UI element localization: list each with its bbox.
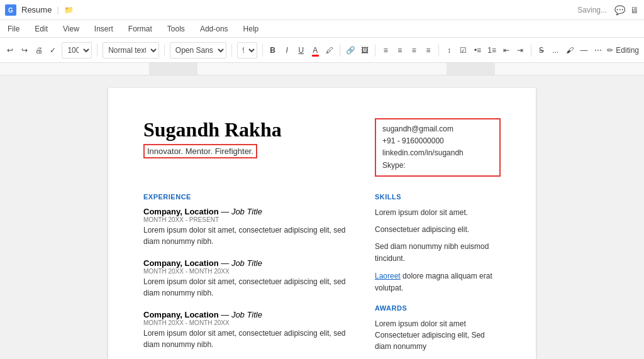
- align-left-button[interactable]: ≡: [380, 43, 391, 58]
- app-icon: G: [5, 4, 16, 16]
- jobtitle-2: Job Title: [231, 258, 262, 268]
- align-center-button[interactable]: ≡: [394, 43, 405, 58]
- svg-text:G: G: [8, 7, 13, 14]
- job-date-3: MONTH 20XX - MONTH 20XX: [143, 319, 355, 326]
- menu-format[interactable]: Format: [126, 23, 155, 35]
- strikethrough-button[interactable]: S̶: [536, 43, 547, 58]
- saving-status: Saving...: [577, 6, 607, 14]
- resume-name[interactable]: Sugandh Rakha: [143, 118, 375, 141]
- align-justify-button[interactable]: ≡: [423, 43, 434, 58]
- job-title-3[interactable]: Company, Location — Job Title: [143, 310, 355, 319]
- company-3: Company, Location: [143, 310, 219, 319]
- job-entry-2: Company, Location — Job Title MONTH 20XX…: [143, 258, 355, 299]
- awards-section-title: AWARDS: [375, 304, 501, 312]
- divider-button[interactable]: —: [579, 43, 589, 58]
- resume-left: Sugandh Rakha Innovator. Mentor. Firefig…: [143, 118, 375, 171]
- skill-link[interactable]: Laoreet: [375, 272, 401, 280]
- contact-linkedin[interactable]: linkedin.com/in/sugandh: [382, 147, 493, 159]
- job-desc-3: Lorem ipsum dolor sit amet, consectetuer…: [143, 328, 355, 350]
- font-select[interactable]: Open Sans: [170, 42, 226, 58]
- skill-2: Consectetuer adipiscing elit.: [375, 224, 501, 236]
- job-entry-1: Company, Location — Job Title MONTH 20XX…: [143, 207, 355, 247]
- job-title-2[interactable]: Company, Location — Job Title: [143, 258, 355, 268]
- company-1: Company, Location: [143, 207, 219, 216]
- undo-button[interactable]: ↩: [5, 43, 16, 58]
- left-column: EXPERIENCE Company, Location — Job Title…: [143, 192, 355, 359]
- editing-pencil-icon: ✏: [607, 46, 613, 55]
- font-size-select[interactable]: 9: [237, 42, 257, 58]
- resume-tagline[interactable]: Innovator. Mentor. Firefighter.: [143, 144, 257, 158]
- toolbar-separator-3: [231, 44, 232, 57]
- bold-button[interactable]: B: [267, 43, 278, 58]
- right-column: SKILLS Lorem ipsum dolor sit amet. Conse…: [375, 192, 501, 359]
- resume-header: Sugandh Rakha Innovator. Mentor. Firefig…: [143, 118, 501, 177]
- toolbar-separator-8: [531, 44, 531, 57]
- text-color-button[interactable]: A: [310, 43, 321, 58]
- redo-button[interactable]: ↪: [19, 43, 30, 58]
- title-bar: G Resume | 📁 Saving... 💬 🖥: [0, 0, 644, 20]
- contact-phone[interactable]: +91 - 9160000000: [382, 135, 493, 147]
- link-button[interactable]: 🔗: [345, 43, 356, 58]
- underline-button[interactable]: U: [296, 43, 306, 58]
- italic-button[interactable]: I: [282, 43, 292, 58]
- two-column-layout: EXPERIENCE Company, Location — Job Title…: [143, 192, 501, 359]
- company-2: Company, Location: [143, 258, 219, 268]
- job-desc-1: Lorem ipsum dolor sit amet, consectetuer…: [143, 224, 355, 247]
- menu-help[interactable]: Help: [241, 23, 262, 35]
- toolbar-separator-2: [164, 44, 165, 57]
- folder-icon[interactable]: 📁: [64, 6, 74, 14]
- document: Sugandh Rakha Innovator. Mentor. Firefig…: [108, 88, 536, 359]
- style-select[interactable]: Normal text: [103, 42, 159, 58]
- skill-3: Sed diam nonummy nibh euismod tincidunt.: [375, 241, 501, 265]
- skill-1: Lorem ipsum dolor sit amet.: [375, 207, 501, 219]
- present-icon[interactable]: 🖥: [630, 5, 639, 15]
- menu-tools[interactable]: Tools: [165, 23, 187, 35]
- award-1: Lorem ipsum dolor sit amet Consectetuer …: [375, 318, 501, 352]
- more-button[interactable]: ⋯: [593, 43, 604, 58]
- job-title-1[interactable]: Company, Location — Job Title: [143, 207, 355, 216]
- skills-section-title: SKILLS: [375, 193, 501, 201]
- skype-label: Skype:: [382, 161, 406, 170]
- content-area[interactable]: Sugandh Rakha Innovator. Mentor. Firefig…: [0, 75, 644, 359]
- print-button[interactable]: 🖨: [33, 43, 44, 58]
- toolbar-separator-4: [262, 44, 263, 57]
- chat-icon[interactable]: 💬: [614, 5, 625, 15]
- number-list-button[interactable]: 1≡: [487, 43, 497, 58]
- menu-view[interactable]: View: [60, 23, 82, 35]
- experience-section-title: EXPERIENCE: [143, 193, 355, 201]
- editing-badge: ✏ Editing: [607, 46, 639, 55]
- bullet-list-button[interactable]: •≡: [472, 43, 483, 58]
- contact-email[interactable]: sugandh@gmail.com: [382, 123, 493, 135]
- contact-skype[interactable]: Skype:: [382, 160, 493, 172]
- image-button[interactable]: 🖼: [360, 43, 370, 58]
- ruler: [0, 63, 644, 75]
- toolbar-separator-6: [375, 44, 375, 57]
- menu-addons[interactable]: Add-ons: [197, 23, 231, 35]
- job-desc-2: Lorem ipsum dolor sit amet, consectetuer…: [143, 276, 355, 299]
- editing-label[interactable]: Editing: [616, 46, 639, 55]
- increase-indent-button[interactable]: ⇥: [515, 43, 526, 58]
- menu-file[interactable]: File: [5, 23, 22, 35]
- paint-format-button[interactable]: 🖌: [565, 43, 575, 58]
- checklist-button[interactable]: ☑: [458, 43, 469, 58]
- menu-edit[interactable]: Edit: [32, 23, 50, 35]
- jobtitle-1: Job Title: [231, 207, 262, 216]
- menu-insert[interactable]: Insert: [92, 23, 116, 35]
- decrease-indent-button[interactable]: ⇤: [501, 43, 511, 58]
- job-entry-3: Company, Location — Job Title MONTH 20XX…: [143, 310, 355, 350]
- spellcheck-button[interactable]: ✓: [48, 43, 58, 58]
- title-bar-actions: 💬 🖥: [614, 5, 639, 15]
- toolbar: ↩ ↪ 🖨 ✓ 100% Normal text Open Sans 9 B I…: [0, 38, 644, 63]
- ruler-inner: [149, 63, 495, 75]
- document-title: Resume: [21, 5, 52, 14]
- align-right-button[interactable]: ≡: [409, 43, 419, 58]
- menu-bar: File Edit View Insert Format Tools Add-o…: [0, 20, 644, 38]
- jobtitle-3: Job Title: [231, 310, 262, 319]
- highlight-button[interactable]: 🖊: [325, 43, 335, 58]
- line-spacing-button[interactable]: ↕: [444, 43, 455, 58]
- resume-contact[interactable]: sugandh@gmail.com +91 - 9160000000 linke…: [375, 118, 501, 177]
- job-date-2: MONTH 20XX - MONTH 20XX: [143, 268, 355, 275]
- more-formats-button[interactable]: ...: [550, 43, 561, 58]
- skill-4: Laoreet dolore magna aliquam erat volutp…: [375, 270, 501, 294]
- zoom-select[interactable]: 100%: [62, 42, 92, 58]
